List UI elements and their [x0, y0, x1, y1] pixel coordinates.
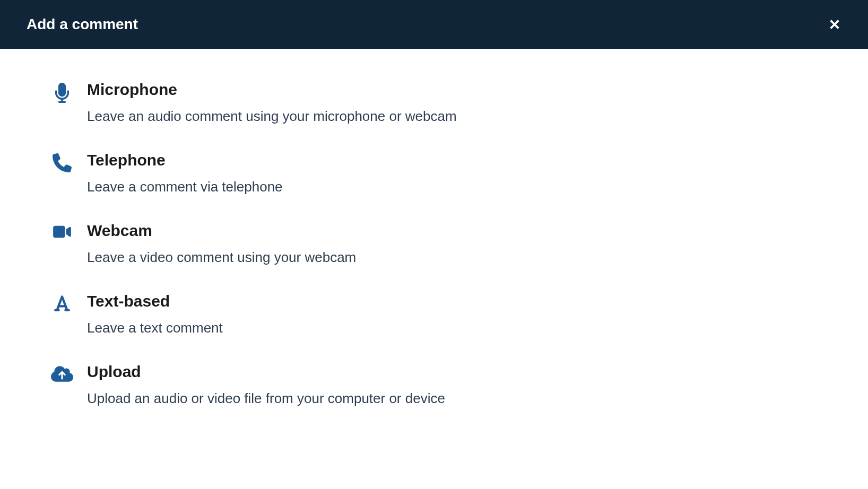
option-title: Webcam — [87, 222, 356, 240]
option-webcam[interactable]: Webcam Leave a video comment using your … — [49, 222, 819, 266]
cloud-upload-icon — [51, 365, 73, 383]
close-icon — [828, 18, 841, 31]
option-description: Leave a comment via telephone — [87, 179, 283, 195]
option-upload[interactable]: Upload Upload an audio or video file fro… — [49, 363, 819, 407]
options-list: Microphone Leave an audio comment using … — [0, 49, 868, 465]
modal-title: Add a comment — [27, 16, 138, 33]
option-title: Telephone — [87, 151, 283, 169]
option-microphone[interactable]: Microphone Leave an audio comment using … — [49, 81, 819, 125]
option-title: Upload — [87, 363, 445, 381]
telephone-icon — [53, 153, 72, 172]
option-description: Leave an audio comment using your microp… — [87, 108, 457, 125]
option-description: Upload an audio or video file from your … — [87, 390, 445, 407]
font-icon — [53, 294, 71, 312]
option-text[interactable]: Text-based Leave a text comment — [49, 292, 819, 336]
option-description: Leave a text comment — [87, 320, 223, 336]
modal-header: Add a comment — [0, 0, 868, 49]
option-description: Leave a video comment using your webcam — [87, 249, 356, 266]
option-title: Microphone — [87, 81, 457, 99]
microphone-icon — [54, 83, 70, 103]
option-title: Text-based — [87, 292, 223, 310]
video-icon — [51, 224, 73, 240]
close-button[interactable] — [828, 18, 841, 31]
option-telephone[interactable]: Telephone Leave a comment via telephone — [49, 151, 819, 195]
